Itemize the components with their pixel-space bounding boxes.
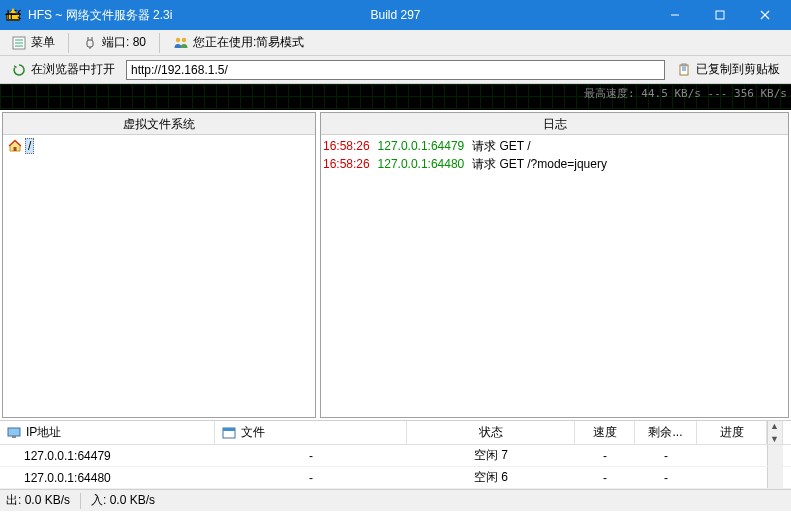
vfs-header: 虚拟文件系统 (3, 113, 315, 135)
home-icon (7, 138, 23, 154)
monitor-icon (6, 425, 22, 441)
table-row[interactable]: 127.0.0.1:64480-空闲 6-- (0, 467, 791, 489)
col-header-file[interactable]: 文件 (215, 421, 407, 444)
users-icon (173, 35, 189, 51)
scroll-up-icon: ▲ (770, 421, 779, 431)
svg-rect-23 (12, 436, 16, 438)
col-header-speed[interactable]: 速度 (575, 421, 635, 444)
connections-panel: IP地址 文件 状态 速度 剩余... 进度 ▲ ▼ 127.0.0.1:644… (0, 420, 791, 489)
svg-point-16 (182, 37, 186, 41)
titlebar: HFS HFS ~ 网络文件服务器 2.3i Build 297 (0, 0, 791, 30)
open-browser-label: 在浏览器中打开 (31, 61, 115, 78)
col-header-remain[interactable]: 剩余... (635, 421, 697, 444)
toolbar-main: 菜单 端口: 80 您正在使用:简易模式 (0, 30, 791, 56)
scroll-down-icon: ▼ (770, 434, 779, 444)
log-header: 日志 (321, 113, 788, 135)
col-header-status[interactable]: 状态 (407, 421, 575, 444)
vertical-scrollbar[interactable]: ▲ ▼ (767, 421, 783, 444)
menu-icon (11, 35, 27, 51)
port-label: 端口: 80 (102, 34, 146, 51)
vfs-root-label: / (25, 138, 34, 154)
window-title: HFS ~ 网络文件服务器 2.3i (28, 7, 172, 24)
toolbar-separator (68, 33, 69, 53)
table-row[interactable]: 127.0.0.1:64479-空闲 7-- (0, 445, 791, 467)
plug-icon (82, 35, 98, 51)
window-controls (652, 0, 787, 30)
clipboard-icon (676, 62, 692, 78)
log-line: 16:58:26 127.0.0.1:64480 请求 GET /?mode=j… (323, 155, 786, 173)
mode-label: 您正在使用:简易模式 (193, 34, 304, 51)
vfs-body[interactable]: / (3, 135, 315, 417)
copy-clipboard-button[interactable]: 已复制到剪贴板 (669, 58, 787, 81)
svg-rect-25 (223, 428, 235, 431)
vfs-root-item[interactable]: / (5, 137, 313, 155)
toolbar-separator (159, 33, 160, 53)
svg-rect-18 (682, 64, 686, 66)
graph-speed-text: 最高速度: 44.5 KB/s --- 356 KB/s (584, 86, 787, 101)
maximize-button[interactable] (697, 0, 742, 30)
minimize-button[interactable] (652, 0, 697, 30)
status-separator (80, 493, 81, 509)
status-out: 出: 0.0 KB/s (6, 492, 70, 509)
col-header-progress[interactable]: 进度 (697, 421, 767, 444)
svg-rect-4 (716, 11, 724, 19)
main-area: 虚拟文件系统 / 日志 16:58:26 127.0.0.1:64479 请求 … (0, 110, 791, 420)
mode-button[interactable]: 您正在使用:简易模式 (166, 31, 311, 54)
url-input[interactable] (126, 60, 665, 80)
app-icon: HFS (4, 6, 22, 24)
svg-rect-22 (8, 428, 20, 436)
connections-header: IP地址 文件 状态 速度 剩余... 进度 ▲ ▼ (0, 421, 791, 445)
close-button[interactable] (742, 0, 787, 30)
connections-rows: 127.0.0.1:64479-空闲 7--127.0.0.1:64480-空闲… (0, 445, 791, 489)
log-body[interactable]: 16:58:26 127.0.0.1:64479 请求 GET /16:58:2… (321, 135, 788, 417)
copy-label: 已复制到剪贴板 (696, 61, 780, 78)
log-line: 16:58:26 127.0.0.1:64479 请求 GET / (323, 137, 786, 155)
menu-button[interactable]: 菜单 (4, 31, 62, 54)
svg-rect-21 (14, 147, 17, 151)
open-browser-button[interactable]: 在浏览器中打开 (4, 58, 122, 81)
refresh-icon (11, 62, 27, 78)
port-button[interactable]: 端口: 80 (75, 31, 153, 54)
build-label: Build 297 (370, 8, 420, 22)
svg-point-15 (176, 37, 180, 41)
svg-rect-11 (87, 40, 93, 47)
bandwidth-graph: 最高速度: 44.5 KB/s --- 356 KB/s (0, 84, 791, 110)
status-in: 入: 0.0 KB/s (91, 492, 155, 509)
menu-label: 菜单 (31, 34, 55, 51)
window-icon (221, 425, 237, 441)
col-header-ip[interactable]: IP地址 (0, 421, 215, 444)
log-pane: 日志 16:58:26 127.0.0.1:64479 请求 GET /16:5… (320, 112, 789, 418)
toolbar-url: 在浏览器中打开 已复制到剪贴板 (0, 56, 791, 84)
vfs-pane: 虚拟文件系统 / (2, 112, 316, 418)
statusbar: 出: 0.0 KB/s 入: 0.0 KB/s (0, 489, 791, 511)
